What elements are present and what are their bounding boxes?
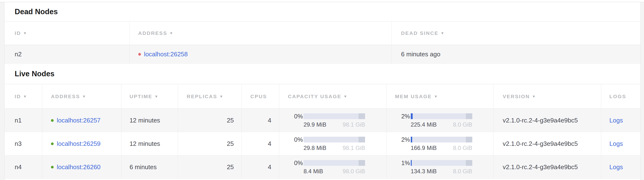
address-link[interactable]: localhost:26259 [57,140,100,148]
capacity-bar [304,137,365,142]
uptime-cell: 12 minutes [121,132,178,155]
column-header-label: MEM USAGE [395,94,432,100]
node-id-cell: n3 [4,132,42,155]
replicas-cell: 25 [178,156,242,178]
column-header-label: ID [15,30,21,36]
logs-cell: Logs [601,109,640,132]
mem-bar-fill [411,160,412,166]
mem-used-value: 134.3 MiB [411,168,437,175]
mem-usage-cell: 2% 225.4 MiB 8.0 GiB [386,109,494,132]
address-link[interactable]: localhost:26258 [144,50,188,58]
address-cell: localhost:26260 [42,156,121,178]
column-header-label: UPTIME [130,94,152,100]
version-cell: v2.1.0-rc.2-4-g3e9a4e9bc5 [493,156,601,178]
capacity-total-value: 98.1 GiB [343,121,365,128]
content-card: Dead Nodes ID ▼ ADDRESS ▼ DEAD SINCE ▼ n… [4,2,641,180]
column-header-version[interactable]: VERSION ▼ [493,84,601,108]
sort-arrow-icon: ▼ [434,94,438,98]
column-header-address[interactable]: ADDRESS ▼ [130,22,391,45]
mem-usage-cell: 1% 134.3 MiB 8.0 GiB [386,156,494,178]
live-status-icon [51,166,54,168]
capacity-bar-chart: 0% 29.8 MiB 98.1 GiB [288,136,365,151]
column-header-dead-since[interactable]: DEAD SINCE ▼ [391,22,640,45]
mem-usage-cell: 2% 166.9 MiB 8.0 GiB [386,132,494,155]
column-header-logs: LOGS [601,84,640,108]
mem-bar-end-segment [466,137,472,142]
column-header-label: CPUS [250,94,267,100]
version-cell: v2.1.0-rc.2-4-g3e9a4e9bc5 [493,109,601,132]
mem-bar [411,160,472,166]
mem-total-value: 8.0 GiB [453,121,472,128]
mem-total-value: 8.0 GiB [453,168,472,175]
capacity-bar-end-segment [358,137,365,142]
cpus-cell: 4 [242,109,279,132]
dead-since-cell: 6 minutes ago [391,45,640,64]
cpus-cell: 4 [242,132,279,155]
logs-cell: Logs [601,132,640,155]
live-node-row: n3 localhost:26259 12 minutes 25 4 0% [4,132,640,156]
capacity-total-value: 98.1 GiB [343,145,365,151]
node-id-cell: n4 [4,156,42,178]
cpus-cell: 4 [242,156,279,178]
column-header-mem-usage[interactable]: MEM USAGE ▼ [386,84,494,108]
capacity-used-value: 29.9 MiB [304,121,326,128]
capacity-percent: 0% [288,113,303,120]
capacity-usage-cell: 0% 29.9 MiB 98.1 GiB [279,109,386,132]
nodes-overview-page: Dead Nodes ID ▼ ADDRESS ▼ DEAD SINCE ▼ n… [0,0,644,180]
mem-percent: 2% [395,113,410,120]
mem-bar [411,113,472,119]
dead-nodes-header-row: ID ▼ ADDRESS ▼ DEAD SINCE ▼ [4,22,640,45]
capacity-usage-cell: 0% 29.8 MiB 98.1 GiB [279,132,386,155]
sort-arrow-icon: ▼ [219,94,223,98]
live-node-row: n4 localhost:26260 6 minutes 25 4 0% [4,156,640,179]
capacity-total-value: 98.0 GiB [343,168,365,175]
live-status-icon [51,142,54,145]
mem-bar-end-segment [466,113,472,119]
column-header-id[interactable]: ID ▼ [4,22,130,45]
uptime-cell: 6 minutes [121,156,178,178]
mem-bar-chart: 1% 134.3 MiB 8.0 GiB [395,160,472,175]
address-cell: localhost:26259 [42,132,121,155]
sort-arrow-icon: ▼ [23,94,27,98]
address-cell: localhost:26257 [42,109,121,132]
column-header-cpus: CPUS [242,84,279,108]
column-header-address[interactable]: ADDRESS ▼ [42,84,121,108]
uptime-cell: 12 minutes [121,109,178,132]
logs-link[interactable]: Logs [609,140,623,148]
mem-bar [411,137,472,142]
column-header-label: CAPACITY USAGE [288,94,341,100]
mem-bar-fill [411,113,413,119]
live-status-icon [51,119,54,122]
node-id-cell: n2 [4,45,130,64]
top-divider [0,0,644,2]
column-header-uptime[interactable]: UPTIME ▼ [121,84,178,108]
column-header-id[interactable]: ID ▼ [4,84,42,108]
dead-nodes-title: Dead Nodes [4,2,640,22]
logs-link[interactable]: Logs [609,117,623,124]
dead-status-icon [138,53,141,56]
live-nodes-header-row: ID ▼ ADDRESS ▼ UPTIME ▼ REPLICAS ▼ CPUS [4,84,640,109]
live-nodes-section: Live Nodes ID ▼ ADDRESS ▼ UPTIME ▼ REPLI… [4,64,640,179]
mem-used-value: 225.4 MiB [411,121,437,128]
node-id-cell: n1 [4,109,42,132]
sort-arrow-icon: ▼ [344,94,347,98]
sort-arrow-icon: ▼ [23,31,27,35]
column-header-capacity-usage[interactable]: CAPACITY USAGE ▼ [279,84,386,108]
mem-bar-end-segment [466,160,472,166]
sort-arrow-icon: ▼ [155,94,158,98]
replicas-cell: 25 [178,109,242,132]
column-header-label: ADDRESS [51,94,80,100]
capacity-usage-cell: 0% 8.4 MiB 98.0 GiB [279,156,386,178]
address-link[interactable]: localhost:26260 [57,164,100,171]
capacity-bar-end-segment [358,160,365,166]
logs-link[interactable]: Logs [609,164,623,171]
capacity-percent: 0% [288,136,303,143]
column-header-replicas[interactable]: REPLICAS ▼ [178,84,242,108]
live-nodes-title: Live Nodes [4,64,640,84]
column-header-label: ID [15,94,21,100]
mem-total-value: 8.0 GiB [453,145,472,151]
address-link[interactable]: localhost:26257 [57,117,100,124]
column-header-label: VERSION [502,94,530,100]
mem-bar-fill [411,137,412,142]
logs-cell: Logs [601,156,640,178]
